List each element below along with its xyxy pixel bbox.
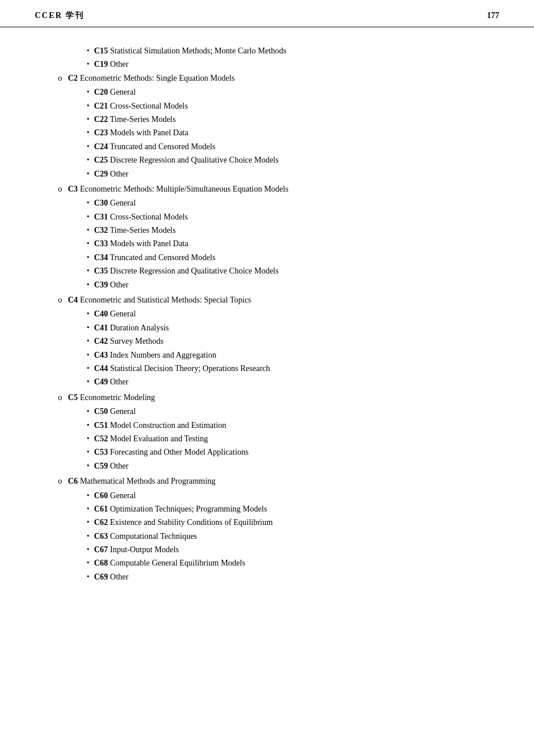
item-text: C67 Input-Output Models (94, 543, 179, 556)
page-header: CCER 学刊 177 (0, 0, 534, 27)
list-item: ▪ C67 Input-Output Models (35, 543, 499, 556)
section-c2: o C2 Econometric Methods: Single Equatio… (35, 72, 499, 181)
list-item: ▪ C25 Discrete Regression and Qualitativ… (35, 154, 499, 167)
item-text: C15 Statistical Simulation Methods; Mont… (94, 45, 286, 57)
header-title: CCER 学刊 (35, 10, 84, 21)
section-label: C6 Mathematical Methods and Programming (68, 475, 215, 488)
item-text: C42 Survey Methods (94, 335, 164, 348)
bullet-icon: ▪ (87, 503, 89, 514)
item-text: C40 General (94, 308, 136, 321)
list-item: ▪ C32 Time-Series Models (35, 224, 499, 237)
list-item: ▪ C15 Statistical Simulation Methods; Mo… (35, 45, 499, 57)
bullet-icon: ▪ (87, 543, 89, 555)
bullet-icon: ▪ (87, 460, 89, 471)
list-item: ▪ C35 Discrete Regression and Qualitativ… (35, 265, 499, 278)
list-item: ▪ C29 Other (35, 168, 499, 181)
page: CCER 学刊 177 ▪ C15 Statistical Simulation… (0, 0, 534, 756)
section-c6: o C6 Mathematical Methods and Programmin… (35, 475, 499, 584)
bullet-icon: ▪ (87, 237, 89, 249)
item-text: C22 Time-Series Models (94, 113, 176, 126)
level1-item: o C2 Econometric Methods: Single Equatio… (35, 72, 499, 85)
item-text: C30 General (94, 197, 136, 210)
bullet-icon: ▪ (87, 113, 89, 125)
bullet-icon: ▪ (87, 279, 89, 290)
bullet-icon: ▪ (87, 349, 89, 361)
list-item: ▪ C21 Cross-Sectional Models (35, 100, 499, 113)
level1-item: o C4 Econometric and Statistical Methods… (35, 294, 499, 307)
item-text: C44 Statistical Decision Theory; Operati… (94, 362, 270, 375)
bullet-icon: ▪ (87, 530, 89, 542)
bullet-icon: ▪ (87, 557, 89, 568)
item-text: C43 Index Numbers and Aggregation (94, 349, 217, 362)
level1-item: o C6 Mathematical Methods and Programmin… (35, 475, 499, 488)
bullet-icon: ▪ (87, 516, 89, 528)
list-item: ▪ C19 Other (35, 58, 499, 71)
list-item: ▪ C50 General (35, 405, 499, 418)
level1-item: o C5 Econometric Modeling (35, 391, 499, 404)
list-item: ▪ C62 Existence and Stability Conditions… (35, 516, 499, 529)
list-item: ▪ C59 Other (35, 460, 499, 473)
list-item: ▪ C31 Cross-Sectional Models (35, 211, 499, 224)
item-text: C31 Cross-Sectional Models (94, 211, 188, 224)
item-text: C23 Models with Panel Data (94, 127, 189, 139)
circle-marker: o (58, 72, 62, 85)
bullet-icon: ▪ (87, 154, 89, 165)
item-text: C21 Cross-Sectional Models (94, 100, 188, 113)
bullet-icon: ▪ (87, 127, 89, 138)
circle-marker: o (58, 183, 62, 196)
list-item: ▪ C20 General (35, 86, 499, 99)
content-area: ▪ C15 Statistical Simulation Methods; Mo… (0, 39, 534, 609)
item-text: C29 Other (94, 168, 129, 181)
header-page-number: 177 (487, 11, 499, 20)
list-item: ▪ C63 Computational Techniques (35, 530, 499, 543)
bullet-icon: ▪ (87, 362, 89, 374)
bullet-icon: ▪ (87, 433, 89, 444)
item-text: C52 Model Evaluation and Testing (94, 433, 208, 445)
item-text: C34 Truncated and Censored Models (94, 251, 215, 264)
section-c5: o C5 Econometric Modeling ▪ C50 General … (35, 391, 499, 473)
section-label: C5 Econometric Modeling (68, 391, 155, 404)
list-item: ▪ C24 Truncated and Censored Models (35, 141, 499, 153)
list-item: ▪ C68 Computable General Equilibrium Mod… (35, 557, 499, 570)
item-text: C69 Other (94, 571, 129, 584)
bullet-icon: ▪ (87, 45, 89, 56)
bullet-icon: ▪ (87, 86, 89, 98)
bullet-icon: ▪ (87, 251, 89, 263)
level2-list: ▪ C40 General ▪ C41 Duration Analysis ▪ … (35, 308, 499, 388)
item-text: C32 Time-Series Models (94, 224, 176, 237)
bullet-icon: ▪ (87, 405, 89, 417)
item-text: C59 Other (94, 460, 129, 473)
list-item: ▪ C30 General (35, 197, 499, 210)
bullet-icon: ▪ (87, 419, 89, 431)
list-item: ▪ C43 Index Numbers and Aggregation (35, 349, 499, 362)
bullet-icon: ▪ (87, 141, 89, 152)
item-text: C33 Models with Panel Data (94, 237, 189, 250)
item-text: C53 Forecasting and Other Model Applicat… (94, 446, 248, 459)
list-item: ▪ C33 Models with Panel Data (35, 237, 499, 250)
section-label: C4 Econometric and Statistical Methods: … (68, 294, 251, 307)
list-item: ▪ C53 Forecasting and Other Model Applic… (35, 446, 499, 459)
section-c3: o C3 Econometric Methods: Multiple/Simul… (35, 183, 499, 291)
section-label: C2 Econometric Methods: Single Equation … (68, 72, 234, 85)
level1-item: o C3 Econometric Methods: Multiple/Simul… (35, 183, 499, 196)
bullet-icon: ▪ (87, 376, 89, 387)
section-label: C3 Econometric Methods: Multiple/Simulta… (68, 183, 288, 196)
item-text: C49 Other (94, 376, 129, 388)
item-text: C25 Discrete Regression and Qualitative … (94, 154, 279, 167)
item-text: C68 Computable General Equilibrium Model… (94, 557, 246, 570)
loose-items-section: ▪ C15 Statistical Simulation Methods; Mo… (35, 45, 499, 71)
item-text: C50 General (94, 405, 136, 418)
list-item: ▪ C22 Time-Series Models (35, 113, 499, 126)
level2-list: ▪ C20 General ▪ C21 Cross-Sectional Mode… (35, 86, 499, 181)
circle-marker: o (58, 294, 62, 307)
list-item: ▪ C40 General (35, 308, 499, 321)
circle-marker: o (58, 475, 62, 488)
bullet-icon: ▪ (87, 265, 89, 276)
list-item: ▪ C60 General (35, 489, 499, 502)
list-item: ▪ C49 Other (35, 376, 499, 388)
bullet-icon: ▪ (87, 571, 89, 582)
bullet-icon: ▪ (87, 168, 89, 179)
level2-list: ▪ C30 General ▪ C31 Cross-Sectional Mode… (35, 197, 499, 291)
list-item: ▪ C44 Statistical Decision Theory; Opera… (35, 362, 499, 375)
item-text: C61 Optimization Techniques; Programming… (94, 503, 267, 516)
